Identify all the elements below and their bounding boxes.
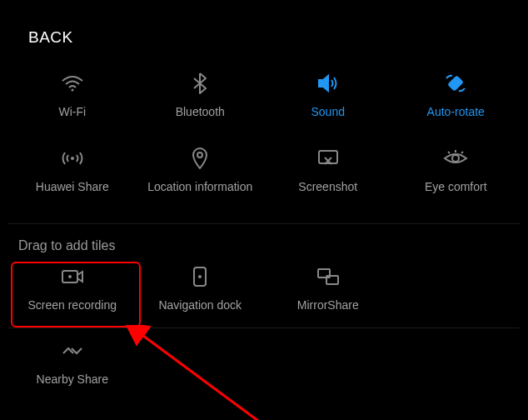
tile-label: Screenshot — [298, 180, 357, 193]
tile-navigation-dock[interactable]: Navigation dock — [137, 265, 265, 312]
svg-point-0 — [71, 89, 73, 92]
svg-point-10 — [68, 275, 72, 278]
drag-to-add-title: Drag to add tiles — [18, 238, 116, 253]
screen-recording-icon — [61, 265, 84, 288]
tile-label: Sound — [311, 105, 345, 118]
back-button[interactable]: BACK — [28, 28, 73, 47]
tile-label: Navigation dock — [158, 298, 242, 312]
tile-label: MirrorShare — [297, 298, 359, 312]
tile-screen-recording[interactable]: Screen recording — [8, 265, 137, 312]
active-tiles-row-2: Huawei Share Location information Screen… — [0, 147, 528, 193]
svg-line-8 — [461, 152, 463, 153]
svg-point-3 — [197, 152, 202, 158]
tile-sound[interactable]: Sound — [264, 72, 392, 118]
tile-wifi[interactable]: Wi-Fi — [8, 72, 137, 118]
tile-huawei-share[interactable]: Huawei Share — [8, 147, 137, 193]
empty-slot — [137, 339, 265, 386]
sound-icon — [316, 72, 340, 95]
tile-label: Bluetooth — [176, 105, 225, 118]
tile-label: Wi-Fi — [58, 105, 86, 118]
svg-point-5 — [452, 155, 459, 162]
available-tiles-row-1: Screen recording Navigation dock MirrorS… — [0, 265, 528, 312]
tile-location[interactable]: Location information — [137, 147, 265, 193]
svg-rect-1 — [449, 77, 463, 91]
tile-autorotate[interactable]: Auto-rotate — [392, 72, 521, 118]
empty-slot — [392, 339, 521, 386]
navigation-dock-icon — [192, 265, 207, 288]
autorotate-icon — [444, 72, 467, 95]
tile-label: Huawei Share — [36, 180, 109, 193]
tile-label: Nearby Share — [37, 372, 108, 386]
active-tiles-row-1: Wi-Fi Bluetooth Sound Auto-rotate — [0, 72, 528, 118]
mirrorshare-icon — [316, 265, 340, 288]
tile-label: Location information — [147, 180, 252, 193]
svg-point-2 — [71, 157, 74, 160]
tile-label: Auto-rotate — [427, 105, 485, 118]
available-tiles-row-2: Nearby Share — [0, 339, 528, 386]
location-icon — [192, 147, 208, 170]
huawei-share-icon — [60, 147, 85, 170]
tile-label: Screen recording — [27, 298, 117, 312]
divider — [8, 223, 520, 224]
screenshot-icon — [316, 147, 340, 170]
wifi-icon — [61, 72, 84, 95]
empty-slot — [392, 265, 521, 312]
nearby-share-icon — [61, 339, 84, 362]
svg-point-12 — [198, 275, 202, 278]
divider — [8, 328, 520, 328]
tile-nearby-share[interactable]: Nearby Share — [8, 339, 137, 386]
tile-bluetooth[interactable]: Bluetooth — [137, 72, 265, 118]
tile-mirrorshare[interactable]: MirrorShare — [264, 265, 392, 312]
svg-line-7 — [448, 152, 450, 153]
tile-screenshot[interactable]: Screenshot — [264, 147, 392, 193]
bluetooth-icon — [192, 72, 207, 95]
eye-icon — [443, 147, 468, 170]
tile-label: Eye comfort — [425, 180, 487, 193]
tile-eye-comfort[interactable]: Eye comfort — [392, 147, 521, 193]
empty-slot — [264, 339, 392, 386]
